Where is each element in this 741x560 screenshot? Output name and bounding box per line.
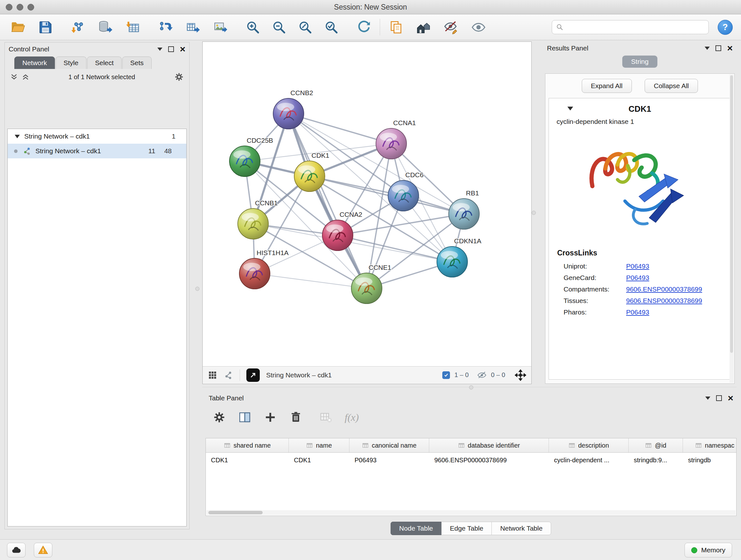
cloud-status-button[interactable] (7, 543, 25, 557)
column-header-name[interactable]: name (289, 438, 349, 452)
table-cell[interactable]: CDK1 (289, 456, 349, 464)
table-cell[interactable]: stringdb:9... (629, 456, 683, 464)
network-node-CCNA1[interactable] (376, 128, 407, 159)
expand-all-button[interactable]: Expand All (582, 79, 632, 93)
table-horizontal-scrollbar[interactable] (206, 510, 736, 515)
column-header-canonical-name[interactable]: canonical name (349, 438, 429, 452)
network-node-CDC25B[interactable] (229, 146, 260, 177)
network-edge[interactable] (288, 114, 391, 144)
collapse-all-button[interactable]: Collapse All (645, 79, 698, 93)
right-splitter-handle[interactable] (532, 211, 536, 215)
crosslink-link[interactable]: 9606.ENSP00000378699 (626, 297, 702, 305)
network-node-CDK1[interactable] (294, 161, 325, 192)
network-edge[interactable] (255, 273, 367, 288)
network-edge[interactable] (338, 235, 452, 262)
tab-network-table[interactable]: Network Table (491, 522, 551, 535)
delete-column-icon[interactable] (289, 411, 302, 424)
close-window-button[interactable] (6, 4, 12, 10)
tab-style[interactable]: Style (56, 57, 86, 69)
network-node-CDKN1A[interactable] (437, 246, 468, 277)
bottom-splitter-handle[interactable] (469, 385, 473, 389)
column-header-shared-name[interactable]: shared name (206, 438, 289, 452)
tab-string[interactable]: String (622, 56, 658, 68)
zoom-out-button[interactable] (269, 17, 288, 37)
detach-view-button[interactable] (246, 368, 260, 382)
scrollbar-thumb[interactable] (208, 511, 263, 514)
crosslink-link[interactable]: P06493 (626, 308, 649, 316)
select-columns-icon[interactable] (238, 411, 252, 424)
network-view-icon[interactable] (224, 370, 233, 380)
table-cell[interactable]: P06493 (349, 456, 429, 464)
column-header--id[interactable]: @id (629, 438, 683, 452)
close-panel-icon[interactable]: × (180, 44, 185, 54)
tab-network[interactable]: Network (14, 57, 55, 69)
network-node-CCNB2[interactable] (273, 98, 304, 129)
home-button[interactable] (414, 17, 433, 37)
network-options-button[interactable] (156, 17, 175, 37)
help-button[interactable]: ? (718, 20, 733, 35)
save-session-button[interactable] (36, 17, 55, 37)
hidden-items-icon[interactable] (477, 370, 487, 380)
add-column-icon[interactable] (264, 411, 277, 424)
float-panel-icon[interactable] (716, 45, 721, 51)
zoom-selected-button[interactable] (322, 17, 341, 37)
selected-items-icon[interactable] (442, 371, 450, 379)
close-panel-icon[interactable]: × (728, 393, 733, 403)
column-header-description[interactable]: description (549, 438, 629, 452)
zoom-in-button[interactable] (243, 17, 262, 37)
tab-node-table[interactable]: Node Table (391, 522, 442, 535)
import-table-from-file-button[interactable] (123, 17, 142, 37)
close-panel-icon[interactable]: × (727, 44, 733, 53)
float-panel-icon[interactable] (168, 46, 174, 52)
network-node-RB1[interactable] (449, 199, 479, 229)
table-cell[interactable]: stringdb (683, 456, 737, 464)
maximize-window-button[interactable] (27, 4, 34, 10)
pan-tool-icon[interactable] (515, 369, 526, 381)
collapse-all-icon[interactable] (10, 73, 18, 81)
import-network-from-database-button[interactable] (96, 17, 115, 37)
crosslink-link[interactable]: 9606.ENSP00000378699 (626, 286, 702, 293)
table-row[interactable]: CDK1CDK1P064939606.ENSP00000378699cyclin… (206, 453, 736, 468)
search-input[interactable] (566, 23, 704, 31)
tab-sets[interactable]: Sets (122, 57, 151, 69)
table-cell[interactable]: 9606.ENSP00000378699 (429, 456, 549, 464)
network-node-CCNB1[interactable] (238, 208, 268, 239)
open-session-button[interactable] (8, 17, 27, 37)
crosslink-link[interactable]: P06493 (626, 274, 649, 282)
network-node-CCNE1[interactable] (351, 273, 382, 304)
panel-menu-icon[interactable] (704, 47, 710, 50)
results-scrollbar[interactable] (730, 74, 734, 383)
crosslink-link[interactable]: P06493 (626, 262, 649, 270)
network-collection-row[interactable]: String Network – cdk1 1 (8, 129, 186, 144)
network-options-gear[interactable] (174, 72, 184, 82)
tab-edge-table[interactable]: Edge Table (441, 522, 492, 535)
float-panel-icon[interactable] (716, 395, 722, 401)
table-cell[interactable]: cyclin-dependent ... (549, 456, 629, 464)
apply-layout-button[interactable] (354, 17, 374, 37)
tab-select[interactable]: Select (87, 57, 122, 69)
show-graphics-details-button[interactable] (469, 17, 488, 37)
network-edge[interactable] (310, 176, 464, 214)
entry-collapse-icon[interactable] (567, 107, 573, 111)
open-documentation-button[interactable] (387, 17, 406, 37)
column-header-database-identifier[interactable]: database identifier (429, 438, 549, 452)
export-table-button[interactable] (183, 17, 202, 37)
network-row[interactable]: String Network – cdk1 11 48 (8, 144, 186, 159)
table-cell[interactable]: CDK1 (206, 456, 289, 464)
left-splitter-handle[interactable] (195, 287, 199, 291)
panel-menu-icon[interactable] (705, 396, 711, 400)
zoom-fit-button[interactable] (295, 17, 315, 37)
memory-button[interactable]: Memory (684, 543, 732, 557)
export-image-button[interactable] (211, 17, 230, 37)
column-header-namespac[interactable]: namespac (683, 438, 737, 452)
network-canvas[interactable]: CCNB2CCNA1CDC25BCDK1CDC6RB1CCNB1CCNA2CDK… (203, 42, 531, 366)
grid-view-icon[interactable] (208, 370, 217, 380)
network-node-HIST1H1A[interactable] (239, 258, 270, 289)
expand-all-icon[interactable] (21, 73, 30, 81)
scrollbar-thumb[interactable] (730, 75, 733, 353)
minimize-window-button[interactable] (17, 4, 23, 10)
table-options-gear-icon[interactable] (212, 411, 226, 424)
collection-expand-icon[interactable] (15, 135, 20, 138)
warnings-button[interactable] (34, 543, 52, 557)
network-node-CDC6[interactable] (388, 180, 419, 211)
